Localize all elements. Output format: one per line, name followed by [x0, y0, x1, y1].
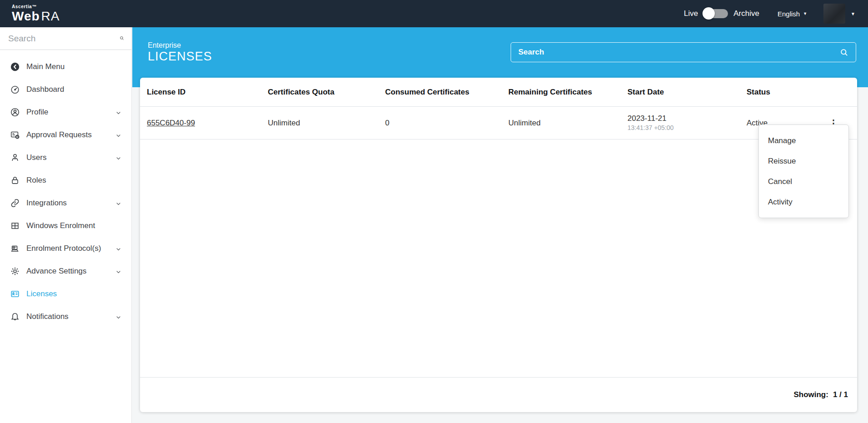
- licenses-table-card: License ID Certificates Quota Consumed C…: [140, 78, 857, 412]
- approval-requests-icon: [10, 130, 20, 140]
- column-header-license-id: License ID: [147, 88, 268, 97]
- sidebar-item-dashboard[interactable]: Dashboard: [0, 78, 131, 101]
- integrations-link-icon: [10, 198, 20, 208]
- language-selector[interactable]: English ▼: [778, 10, 807, 18]
- page-title-block: Enterprise LICENSES: [148, 41, 212, 64]
- start-time: 13:41:37 +05:00: [627, 124, 747, 132]
- sidebar-nav: Main Menu Dashboard Profile Approval Req…: [0, 50, 131, 328]
- toggle-knob[interactable]: [702, 7, 715, 20]
- profile-menu-caret-icon[interactable]: ▼: [851, 11, 855, 16]
- back-circle-icon: [10, 62, 20, 72]
- sidebar-item-profile[interactable]: Profile: [0, 101, 131, 124]
- users-icon: [10, 153, 20, 163]
- table-header-row: License ID Certificates Quota Consumed C…: [140, 78, 857, 107]
- showing-label: Showing:: [793, 390, 828, 399]
- sidebar-search-input[interactable]: [8, 34, 120, 44]
- license-card-icon: [10, 289, 20, 299]
- sidebar-item-roles[interactable]: Roles: [0, 169, 131, 192]
- live-label: Live: [684, 9, 698, 18]
- chevron-down-icon: ▼: [803, 11, 807, 16]
- column-header-start-date: Start Date: [627, 88, 747, 97]
- menu-item-cancel[interactable]: Cancel: [759, 171, 848, 192]
- sidebar-item-enrolment-protocols[interactable]: Enrolment Protocol(s): [0, 237, 131, 260]
- roles-lock-icon: [10, 175, 20, 185]
- sidebar-item-notifications[interactable]: Notifications: [0, 305, 131, 328]
- column-header-status: Status: [747, 88, 857, 97]
- table-search: [511, 42, 856, 62]
- row-actions-menu: Manage Reissue Cancel Activity: [758, 124, 849, 218]
- notifications-bell-icon: [10, 312, 20, 322]
- sidebar-item-advance-settings[interactable]: Advance Settings: [0, 260, 131, 283]
- column-header-consumed-certificates: Consumed Certificates: [385, 88, 508, 97]
- remaining-certificates-cell: Unlimited: [508, 119, 627, 128]
- table-row: 655C6D40-99 Unlimited 0 Unlimited 2023-1…: [140, 107, 857, 139]
- sidebar-search: [0, 27, 131, 50]
- sidebar-item-integrations[interactable]: Integrations: [0, 192, 131, 214]
- chevron-down-icon: [115, 109, 121, 115]
- table-footer: Showing: 1 / 1: [140, 377, 857, 412]
- page-title: LICENSES: [148, 50, 212, 64]
- sidebar-item-windows-enrolment[interactable]: Windows Enrolment: [0, 214, 131, 237]
- menu-item-activity[interactable]: Activity: [759, 192, 848, 212]
- page-eyebrow: Enterprise: [148, 41, 212, 50]
- consumed-certificates-cell: 0: [385, 119, 508, 128]
- chevron-down-icon: [115, 314, 121, 320]
- main-content: Enterprise LICENSES License ID Certifica…: [132, 27, 868, 423]
- topbar-right-cluster: Live Archive English ▼ ▼: [684, 4, 855, 24]
- column-header-certificates-quota: Certificates Quota: [268, 88, 385, 97]
- app-logo: Ascertia™ WebRA: [12, 5, 60, 23]
- certificates-quota-cell: Unlimited: [268, 119, 385, 128]
- sidebar-item-approval-requests[interactable]: Approval Requests: [0, 124, 131, 146]
- live-archive-toggle[interactable]: [703, 9, 728, 18]
- enrolment-protocol-icon: [10, 244, 20, 254]
- license-id-link[interactable]: 655C6D40-99: [147, 119, 195, 127]
- settings-gear-icon: [10, 266, 20, 276]
- sidebar: Main Menu Dashboard Profile Approval Req…: [0, 27, 132, 423]
- start-date: 2023-11-21: [627, 114, 747, 124]
- sidebar-item-licenses[interactable]: Licenses: [0, 283, 131, 305]
- chevron-down-icon: [115, 200, 121, 206]
- column-header-remaining-certificates: Remaining Certificates: [508, 88, 627, 97]
- brand-product: WebRA: [12, 10, 60, 23]
- archive-label: Archive: [733, 9, 759, 18]
- chevron-down-icon: [115, 269, 121, 274]
- chevron-down-icon: [115, 132, 121, 138]
- sidebar-item-main-menu[interactable]: Main Menu: [0, 55, 131, 78]
- chevron-down-icon: [115, 246, 121, 252]
- search-icon[interactable]: [120, 34, 124, 43]
- showing-value: 1 / 1: [833, 390, 848, 399]
- dashboard-icon: [10, 85, 20, 95]
- chevron-down-icon: [115, 155, 121, 161]
- top-bar: Ascertia™ WebRA Live Archive English ▼ ▼: [0, 0, 868, 27]
- brand-company: Ascertia™: [12, 5, 60, 9]
- sidebar-item-users[interactable]: Users: [0, 146, 131, 169]
- menu-item-reissue[interactable]: Reissue: [759, 151, 848, 171]
- search-icon[interactable]: [840, 48, 848, 57]
- profile-icon: [10, 107, 20, 117]
- menu-item-manage[interactable]: Manage: [759, 130, 848, 151]
- avatar[interactable]: [823, 4, 845, 24]
- windows-icon: [10, 221, 20, 231]
- table-search-input[interactable]: [518, 48, 840, 57]
- language-label: English: [778, 10, 800, 18]
- start-date-cell: 2023-11-21 13:41:37 +05:00: [627, 114, 747, 132]
